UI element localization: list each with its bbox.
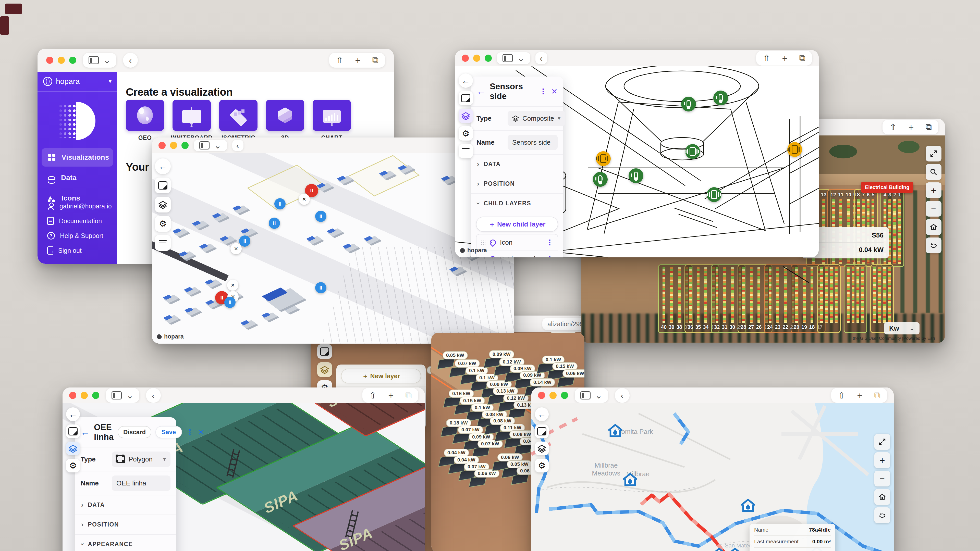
machine-status-badge[interactable]: II xyxy=(224,297,235,308)
back-button[interactable]: ‹ xyxy=(123,53,138,68)
select-tool-button[interactable] xyxy=(458,91,473,105)
water-house-marker[interactable] xyxy=(728,548,742,551)
zoom-out-button[interactable]: − xyxy=(874,471,890,486)
new-tab-icon[interactable]: ＋ xyxy=(780,52,789,64)
oee-canvas[interactable]: SIPA SIPA SIPA SIPA ← xyxy=(62,403,425,551)
section-child-layers[interactable]: ›CHILD LAYERS xyxy=(471,193,563,213)
heatmap-column[interactable] xyxy=(830,267,833,330)
new-layer-button[interactable]: ＋ New layer xyxy=(341,368,421,383)
traffic-lights[interactable] xyxy=(69,392,99,399)
heatmap-column[interactable]: 28 xyxy=(741,267,746,330)
panel-menu-button[interactable]: ⋮ xyxy=(186,428,194,437)
visualization-card[interactable]: ISOMETRIC xyxy=(219,100,258,141)
settings-tool-button[interactable]: ⚙ xyxy=(535,459,549,472)
back-tool-button[interactable]: ← xyxy=(458,73,473,88)
heatmap-column[interactable]: 19 xyxy=(801,267,807,330)
back-button[interactable]: ‹ xyxy=(146,388,161,403)
settings-tool-button[interactable]: ⚙ xyxy=(155,216,171,232)
sensor-badge[interactable] xyxy=(593,172,608,187)
map-canvas[interactable]: Lomita ParkMillbrae MeadowsMillbraeSan M… xyxy=(531,403,894,551)
tabs-icon[interactable]: ⧉ xyxy=(926,122,932,132)
sidebar-toggle[interactable]: ⌄ xyxy=(497,52,530,64)
fullscreen-button[interactable] xyxy=(926,146,942,162)
heatmap-column[interactable]: 40 xyxy=(661,267,667,330)
traffic-lights[interactable] xyxy=(159,142,189,149)
drag-handle-icon[interactable] xyxy=(480,240,486,245)
heatmap-column[interactable] xyxy=(847,267,850,330)
panel-close-button[interactable]: ✕ xyxy=(198,428,204,437)
back-button[interactable]: ‹ xyxy=(535,52,547,64)
rotate-button[interactable] xyxy=(926,238,942,253)
back-tool-button[interactable]: ← xyxy=(535,407,549,421)
new-tab-icon[interactable]: ＋ xyxy=(907,121,915,133)
heatmap-column[interactable]: 39 xyxy=(669,267,674,330)
sensor-badge[interactable] xyxy=(713,91,728,105)
tabs-icon[interactable]: ⧉ xyxy=(372,55,379,65)
zoom-out-button[interactable]: − xyxy=(926,201,942,217)
share-icon[interactable]: ⇧ xyxy=(369,390,376,400)
tabs-icon[interactable]: ⧉ xyxy=(874,390,880,400)
water-house-marker[interactable] xyxy=(623,473,638,486)
heatmap-column[interactable]: 36 xyxy=(687,267,693,330)
tabs-icon[interactable]: ⧉ xyxy=(406,390,412,400)
traffic-lights[interactable] xyxy=(538,392,568,399)
unit-select[interactable]: Kw ⌄ xyxy=(884,322,920,334)
sidebar-item[interactable]: Visualizations xyxy=(41,148,113,167)
type-select[interactable]: Composite ▾ xyxy=(508,111,565,126)
zoom-in-button[interactable]: ＋ xyxy=(874,452,890,468)
heatmap-column[interactable]: 27 xyxy=(748,267,754,330)
traffic-lights[interactable] xyxy=(46,57,76,64)
discard-button[interactable]: Discard xyxy=(118,426,151,438)
sidebar-footer-item[interactable]: gabriel@hopara.io xyxy=(41,200,113,213)
home-button[interactable] xyxy=(926,219,942,235)
heatmap-column[interactable] xyxy=(873,267,876,330)
sidebar-toggle[interactable]: ⌄ xyxy=(194,140,227,151)
machine[interactable] xyxy=(307,236,324,246)
machine-status-badge[interactable]: II xyxy=(315,211,326,222)
child-layer-row[interactable]: Background ⋮ xyxy=(476,251,558,257)
sidebar-toggle[interactable]: ⌄ xyxy=(83,53,116,68)
machine[interactable] xyxy=(185,307,202,317)
settings-tool-button[interactable]: ⚙ xyxy=(458,126,473,141)
type-select[interactable]: Polygon ▾ xyxy=(112,451,170,467)
heatmap-column[interactable]: 35 xyxy=(695,267,701,330)
machine[interactable] xyxy=(164,315,181,325)
back-button[interactable]: ‹ xyxy=(615,388,630,403)
heatmap-column[interactable] xyxy=(861,267,864,330)
child-layer-row[interactable]: Icon ⋮ xyxy=(476,234,558,251)
name-input[interactable]: OEE linha xyxy=(112,475,170,491)
heatmap-column[interactable] xyxy=(856,267,859,330)
section-data[interactable]: ›DATA xyxy=(471,154,563,174)
machine[interactable] xyxy=(173,228,190,238)
heatmap-column[interactable]: 30 xyxy=(730,267,735,330)
sensor-badge[interactable] xyxy=(788,142,802,157)
visualization-card[interactable]: WHITEBOARD xyxy=(172,100,211,141)
new-tab-icon[interactable]: ＋ xyxy=(387,389,395,401)
child-layer-menu[interactable]: ⋮ xyxy=(546,238,554,247)
select-tool-button[interactable] xyxy=(535,424,549,438)
select-tool-button[interactable] xyxy=(317,344,332,359)
machine-status-badge[interactable]: ✕ xyxy=(299,194,310,205)
heatmap-column[interactable]: 2 xyxy=(893,192,896,264)
heatmap-column[interactable]: 31 xyxy=(722,267,727,330)
tabs-icon[interactable]: ⧉ xyxy=(799,53,805,63)
machine-status-badge[interactable]: II xyxy=(274,198,286,210)
sidebar-item[interactable]: Data xyxy=(41,168,113,187)
machine[interactable] xyxy=(200,243,217,253)
machine[interactable] xyxy=(364,236,382,246)
rotate-button[interactable] xyxy=(874,507,890,523)
heatmap-column[interactable] xyxy=(852,267,854,330)
electrical-building-label[interactable]: Electrical Building xyxy=(861,182,913,193)
machine-status-badge[interactable]: II xyxy=(269,218,280,229)
heatmap-column[interactable] xyxy=(888,267,891,330)
select-tool-button[interactable] xyxy=(66,424,80,438)
water-house-marker[interactable] xyxy=(712,548,727,551)
section-position[interactable]: ›POSITION xyxy=(471,174,563,193)
layers-tool-button[interactable] xyxy=(458,109,473,123)
panel-back-button[interactable]: ← xyxy=(476,86,486,97)
water-house-marker[interactable] xyxy=(741,499,756,512)
visualization-card[interactable]: 3D xyxy=(266,100,304,141)
filter-tool-button[interactable] xyxy=(155,235,171,251)
sidebar-toggle[interactable]: ⌄ xyxy=(575,388,608,403)
heatmap-column[interactable] xyxy=(878,267,881,330)
